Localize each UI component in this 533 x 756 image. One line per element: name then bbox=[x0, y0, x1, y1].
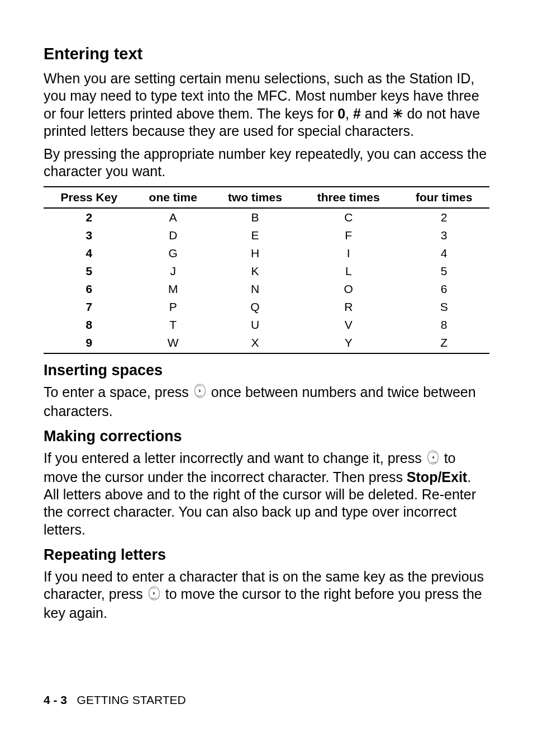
nav-right-icon bbox=[194, 384, 206, 402]
section-label: GETTING STARTED bbox=[77, 693, 186, 706]
table-row: 6 M N O 6 bbox=[44, 280, 489, 298]
table-header-row: Press Key one time two times three times… bbox=[44, 187, 489, 208]
cell: Y bbox=[298, 334, 398, 353]
col-presskey: Press Key bbox=[44, 187, 135, 208]
cell: I bbox=[298, 244, 398, 262]
col-one: one time bbox=[135, 187, 212, 208]
multitap-table: Press Key one time two times three times… bbox=[44, 186, 489, 354]
cell: 4 bbox=[44, 244, 135, 262]
cell: W bbox=[135, 334, 212, 353]
table-row: 7 P Q R S bbox=[44, 298, 489, 316]
cell: J bbox=[135, 262, 212, 280]
cell: B bbox=[212, 208, 298, 226]
cell: 8 bbox=[398, 316, 489, 334]
cell: H bbox=[212, 244, 298, 262]
cell: R bbox=[298, 298, 398, 316]
text: , bbox=[345, 106, 353, 121]
cell: E bbox=[212, 226, 298, 244]
cell: U bbox=[212, 316, 298, 334]
cell: 2 bbox=[398, 208, 489, 226]
table-row: 8 T U V 8 bbox=[44, 316, 489, 334]
cell: 9 bbox=[44, 334, 135, 353]
cell: C bbox=[298, 208, 398, 226]
heading-entering-text: Entering text bbox=[44, 45, 489, 63]
stop-exit-label: Stop/Exit bbox=[407, 469, 467, 485]
cell: P bbox=[135, 298, 212, 316]
cell: K bbox=[212, 262, 298, 280]
cell: M bbox=[135, 280, 212, 298]
text: If you entered a letter incorrectly and … bbox=[44, 450, 426, 466]
cell: 5 bbox=[44, 262, 135, 280]
cell: X bbox=[212, 334, 298, 353]
cell: 3 bbox=[44, 226, 135, 244]
nav-right-icon bbox=[148, 586, 160, 604]
cell: A bbox=[135, 208, 212, 226]
page-footer: 4 - 3 GETTING STARTED bbox=[44, 693, 186, 707]
cell: 6 bbox=[44, 280, 135, 298]
heading-inserting-spaces: Inserting spaces bbox=[44, 362, 489, 379]
table-row: 2 A B C 2 bbox=[44, 208, 489, 226]
cell: S bbox=[398, 298, 489, 316]
text: To enter a space, press bbox=[44, 384, 193, 400]
cell: O bbox=[298, 280, 398, 298]
text: and bbox=[361, 106, 392, 121]
table-row: 9 W X Y Z bbox=[44, 334, 489, 353]
table-row: 4 G H I 4 bbox=[44, 244, 489, 262]
para-entering-text-1: When you are setting certain menu select… bbox=[44, 70, 489, 140]
cell: Z bbox=[398, 334, 489, 353]
table-row: 5 J K L 5 bbox=[44, 262, 489, 280]
para-inserting-spaces: To enter a space, press once between num… bbox=[44, 384, 489, 420]
col-three: three times bbox=[298, 187, 398, 208]
page-number: 4 - 3 bbox=[44, 693, 67, 706]
col-four: four times bbox=[398, 187, 489, 208]
cell: 7 bbox=[44, 298, 135, 316]
key-zero: 0 bbox=[337, 106, 345, 121]
heading-making-corrections: Making corrections bbox=[44, 428, 489, 445]
cell: N bbox=[212, 280, 298, 298]
cell: 6 bbox=[398, 280, 489, 298]
cell: Q bbox=[212, 298, 298, 316]
nav-left-icon bbox=[427, 450, 439, 469]
cell: 2 bbox=[44, 208, 135, 226]
cell: 4 bbox=[398, 244, 489, 262]
star-icon bbox=[392, 107, 403, 121]
para-making-corrections: If you entered a letter incorrectly and … bbox=[44, 450, 489, 538]
col-two: two times bbox=[212, 187, 298, 208]
cell: T bbox=[135, 316, 212, 334]
heading-repeating-letters: Repeating letters bbox=[44, 546, 489, 564]
para-entering-text-2: By pressing the appropriate number key r… bbox=[44, 145, 489, 181]
cell: 5 bbox=[398, 262, 489, 280]
cell: V bbox=[298, 316, 398, 334]
cell: G bbox=[135, 244, 212, 262]
cell: 3 bbox=[398, 226, 489, 244]
key-hash: # bbox=[353, 106, 361, 121]
cell: 8 bbox=[44, 316, 135, 334]
cell: D bbox=[135, 226, 212, 244]
table-row: 3 D E F 3 bbox=[44, 226, 489, 244]
cell: F bbox=[298, 226, 398, 244]
para-repeating-letters: If you need to enter a character that is… bbox=[44, 568, 489, 622]
cell: L bbox=[298, 262, 398, 280]
